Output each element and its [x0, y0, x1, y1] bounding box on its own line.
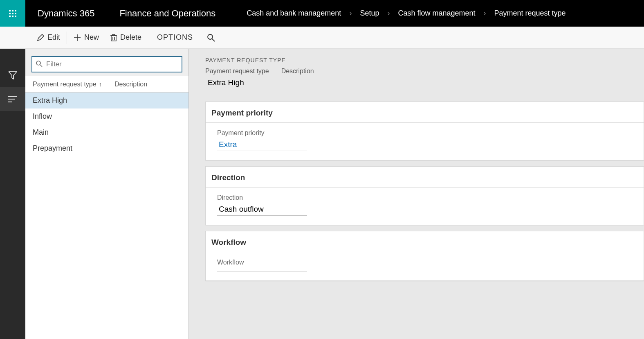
app-launcher-button[interactable]: [0, 0, 25, 27]
divider: [67, 32, 67, 44]
filter-wrap: [25, 49, 188, 76]
column-header-type[interactable]: Payment request type ↑: [33, 81, 114, 88]
chevron-right-icon: ›: [387, 9, 390, 18]
list-rows: Extra High Inflow Main Prepayment: [25, 93, 188, 156]
plus-icon: [74, 34, 81, 41]
svg-rect-8: [15, 16, 16, 17]
breadcrumb-item[interactable]: Payment request type: [494, 9, 566, 18]
svg-line-25: [212, 39, 215, 41]
search-button[interactable]: [199, 27, 223, 48]
list-column-headers: Payment request type ↑ Description: [25, 76, 188, 93]
field-label: Payment request type: [205, 68, 269, 75]
svg-rect-5: [15, 13, 16, 14]
breadcrumb-item[interactable]: Cash flow management: [398, 9, 475, 18]
content-area: Payment request type ↑ Description Extra…: [25, 49, 644, 339]
field-label: Workflow: [217, 259, 632, 266]
field-description: Description: [281, 68, 400, 89]
breadcrumb: Cash and bank management › Setup › Cash …: [228, 9, 565, 18]
top-header: Dynamics 365 Finance and Operations Cash…: [0, 0, 644, 27]
svg-rect-0: [9, 10, 11, 11]
list-icon: [8, 96, 17, 102]
list-row[interactable]: Extra High: [25, 93, 188, 108]
navigation-rail: [0, 27, 25, 339]
delete-button[interactable]: Delete: [105, 27, 147, 48]
detail-pane: ⋮⋮ PAYMENT REQUEST TYPE Payment request …: [189, 49, 644, 339]
section-payment-priority: Payment priority Payment priority Extra: [205, 102, 644, 160]
new-label: New: [84, 33, 99, 42]
list-rail-button[interactable]: [0, 87, 25, 111]
svg-rect-3: [9, 13, 11, 14]
field-value-type[interactable]: Extra High: [205, 77, 269, 89]
field-type: Payment request type Extra High: [205, 68, 269, 89]
list-row[interactable]: Inflow: [25, 108, 188, 124]
action-bar: Edit New Delete OPTIONS: [0, 27, 644, 49]
field-label: Direction: [217, 194, 632, 201]
section-header[interactable]: Direction: [206, 167, 644, 188]
detail-sections: Payment priority Payment priority Extra …: [189, 102, 644, 281]
field-value-description[interactable]: [281, 77, 400, 80]
module-title[interactable]: Finance and Operations: [107, 0, 228, 27]
search-icon: [207, 34, 215, 42]
section-header[interactable]: Workflow: [206, 231, 644, 252]
svg-point-24: [208, 34, 213, 39]
svg-rect-17: [111, 36, 116, 41]
svg-rect-6: [9, 16, 11, 17]
section-workflow: Workflow Workflow: [205, 231, 644, 281]
filter-input[interactable]: [31, 56, 182, 72]
waffle-icon: [9, 10, 16, 17]
edit-button[interactable]: Edit: [31, 27, 66, 48]
chevron-right-icon: ›: [349, 9, 352, 18]
section-header[interactable]: Payment priority: [206, 102, 644, 123]
edit-label: Edit: [47, 33, 60, 42]
delete-label: Delete: [120, 33, 141, 42]
svg-rect-4: [12, 13, 13, 14]
options-button[interactable]: OPTIONS: [151, 27, 199, 48]
payment-priority-value[interactable]: Extra: [217, 138, 307, 151]
svg-rect-1: [12, 10, 13, 11]
detail-title: PAYMENT REQUEST TYPE: [205, 57, 644, 63]
direction-value[interactable]: Cash outflow: [217, 203, 307, 216]
sort-asc-icon: ↑: [99, 81, 102, 88]
svg-rect-2: [15, 10, 16, 11]
section-direction: Direction Direction Cash outflow: [205, 166, 644, 225]
filter-rail-button[interactable]: [0, 63, 25, 87]
options-label: OPTIONS: [157, 33, 193, 42]
pencil-icon: [37, 34, 44, 41]
detail-header: PAYMENT REQUEST TYPE Payment request typ…: [189, 49, 644, 89]
new-button[interactable]: New: [68, 27, 105, 48]
field-label: Description: [281, 68, 400, 75]
list-pane: Payment request type ↑ Description Extra…: [25, 49, 189, 339]
brand-title[interactable]: Dynamics 365: [25, 0, 107, 27]
column-header-description[interactable]: Description: [114, 81, 147, 88]
filter-icon: [8, 71, 17, 79]
breadcrumb-item[interactable]: Setup: [360, 9, 379, 18]
workflow-value[interactable]: [217, 268, 307, 271]
svg-rect-7: [12, 16, 13, 17]
list-row[interactable]: Main: [25, 124, 188, 140]
chevron-right-icon: ›: [484, 9, 486, 18]
list-row[interactable]: Prepayment: [25, 140, 188, 156]
field-label: Payment priority: [217, 129, 632, 137]
breadcrumb-item[interactable]: Cash and bank management: [247, 9, 341, 18]
trash-icon: [110, 34, 117, 41]
resize-handle[interactable]: ⋮⋮: [189, 229, 189, 234]
